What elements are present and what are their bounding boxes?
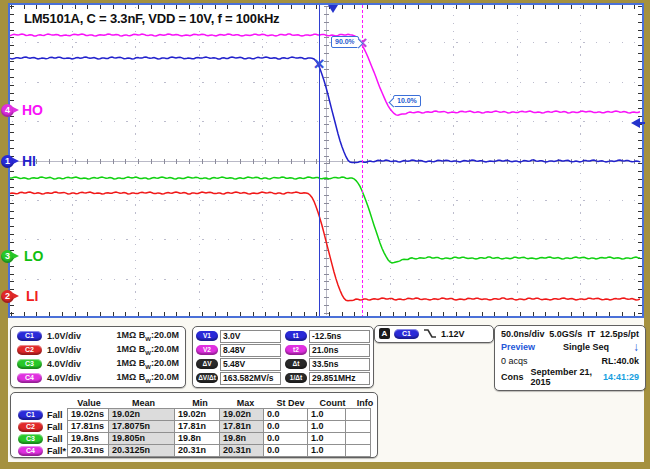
trace-lo — [10, 177, 640, 263]
interpolation-mode: IT — [587, 329, 595, 339]
cursor-value: 29.851MHz — [309, 372, 370, 385]
cursor-readout-panel: V13.0VV28.48VΔV5.48VΔV/Δt163.582MV/s t1-… — [192, 326, 374, 388]
channel-badge-c2[interactable]: C2 — [17, 345, 42, 355]
cursor-readout-row: t221.0ns — [285, 344, 370, 357]
channel-marker-number: 3 — [5, 251, 10, 261]
trigger-panel: A C1 1.12V — [374, 325, 494, 343]
table-header-mean: Mean — [110, 398, 177, 408]
cursor-badge[interactable]: Δt — [285, 359, 307, 369]
table-header-min: Min — [177, 398, 223, 408]
trace-hi — [10, 57, 640, 163]
trace-ho — [10, 34, 640, 115]
measurement-badge-c4[interactable]: C4 — [18, 446, 43, 456]
measurement-cell: 20.31ns — [67, 444, 109, 457]
trigger-a-badge[interactable]: A — [379, 328, 390, 339]
arrow-down-icon: ↓ — [633, 340, 639, 354]
timebase-value: 50.0ns/div — [501, 329, 545, 339]
vertical-settings-panel: C11.0V/div1MΩ BW:20.0MC21.0V/div1MΩ BW:2… — [10, 326, 186, 388]
cursor-badge[interactable]: ΔV — [196, 359, 218, 369]
plot-title: LM5101A, C = 3.3nF, VDD = 10V, f = 100kH… — [22, 11, 281, 26]
ref-level-tag: 90.0% — [331, 36, 359, 48]
cursor-badge[interactable]: t2 — [285, 345, 307, 355]
cursor1-vertical-bar[interactable] — [319, 5, 320, 316]
channel-scale-value: 4.0V/div — [47, 373, 81, 383]
measurement-cell: 1.0 — [307, 444, 346, 457]
measurement-cell: 20.31n — [219, 444, 264, 457]
measurement-label: C1Fall — [16, 409, 68, 421]
channel-marker-number: 4 — [5, 105, 10, 115]
cursor-value: 3.0V — [220, 330, 281, 343]
oscilloscope-screenshot: { "title": "LM5101A, C = 3.3nF, VDD = 10… — [0, 0, 650, 469]
date-label: September 21, 2015 — [531, 367, 596, 387]
cursor-readout-row: Δt33.5ns — [285, 358, 370, 371]
measurement-label: C4Fall* — [16, 445, 68, 457]
cursor-readout-row: t1-12.5ns — [285, 330, 370, 343]
cursor-readout-row: V28.48V — [196, 344, 281, 357]
measurement-label: C2Fall — [16, 421, 68, 433]
channel-badge-c4[interactable]: C4 — [17, 373, 42, 383]
measurement-badge-c3[interactable]: C3 — [18, 434, 43, 444]
measurement-cell: 0.0 — [263, 444, 308, 457]
status-label: Cons — [501, 372, 524, 382]
trigger-source-badge[interactable]: C1 — [394, 329, 419, 339]
ref-level-tag: 10.0% — [393, 95, 421, 107]
measurement-name: Fall — [47, 422, 63, 432]
table-header-st-dev: St Dev — [268, 398, 313, 408]
waveform-display[interactable]: LM5101A, C = 3.3nF, VDD = 10V, f = 100kH… — [8, 3, 644, 318]
cursor-value: -12.5ns — [309, 330, 370, 343]
channel-marker-1[interactable]: 1 — [1, 155, 14, 168]
cursor-badge[interactable]: t1 — [285, 331, 307, 341]
trigger-position-marker[interactable] — [328, 5, 338, 13]
channel-marker-number: 2 — [5, 291, 10, 301]
table-row: C4Fall*20.31ns20.3125n20.31n20.31n0.01.0 — [16, 445, 378, 457]
wave-label-lo: LO — [24, 248, 43, 264]
channel-marker-4[interactable]: 4 — [1, 104, 14, 117]
table-header-count: Count — [313, 398, 352, 408]
channel-settings-row: C44.0V/div1MΩ BW:20.0M — [17, 372, 179, 384]
channel-impedance-bandwidth: 1MΩ BW:20.0M — [117, 358, 179, 370]
cursor-value: 21.0ns — [309, 344, 370, 357]
wave-label-hi: HI — [22, 153, 36, 169]
cursor-readout-row: ΔV/Δt163.582MV/s — [196, 372, 281, 385]
channel-marker-3[interactable]: 3 — [1, 250, 14, 263]
table-header-max: Max — [223, 398, 268, 408]
cursor-readout-row: ΔV5.48V — [196, 358, 281, 371]
channel-settings-row: C34.0V/div1MΩ BW:20.0M — [17, 358, 179, 370]
cursor-value: 8.48V — [220, 344, 281, 357]
table-header-value: Value — [68, 398, 110, 408]
channel-badge-c3[interactable]: C3 — [17, 359, 42, 369]
resolution-value: 12.5ps/pt — [600, 329, 639, 339]
measurement-cell: 20.3125n — [108, 444, 175, 457]
scope-screen: LM5101A, C = 3.3nF, VDD = 10V, f = 100kH… — [8, 3, 644, 462]
cursor-badge[interactable]: V1 — [196, 331, 218, 341]
channel-marker-number: 1 — [5, 156, 10, 166]
measurement-badge-c2[interactable]: C2 — [18, 422, 43, 432]
trigger-level-value: 1.12V — [441, 329, 465, 339]
wave-label-li: LI — [26, 288, 38, 304]
cursor-value: 163.582MV/s — [220, 372, 281, 385]
preview-status: Preview — [501, 342, 535, 352]
measurement-badge-c1[interactable]: C1 — [18, 410, 43, 420]
waveform-traces — [8, 3, 644, 318]
channel-scale-value: 1.0V/div — [47, 345, 81, 355]
channel-marker-2[interactable]: 2 — [1, 290, 14, 303]
channel-impedance-bandwidth: 1MΩ BW:20.0M — [117, 330, 179, 342]
cursor-readout-row: 1/Δt29.851MHz — [285, 372, 370, 385]
cursor-badge[interactable]: V2 — [196, 345, 218, 355]
channel-impedance-bandwidth: 1MΩ BW:20.0M — [117, 344, 179, 356]
measurement-label: C3Fall — [16, 433, 68, 445]
cursor-intersection-mark: × — [313, 59, 324, 69]
cursor-badge[interactable]: ΔV/Δt — [196, 373, 218, 383]
cursor-badge[interactable]: 1/Δt — [285, 373, 307, 383]
channel-scale-value: 4.0V/div — [47, 359, 81, 369]
channel-settings-row: C21.0V/div1MΩ BW:20.0M — [17, 344, 179, 356]
measurement-name: Fall — [47, 410, 63, 420]
acquisition-panel: 50.0ns/div 5.0GS/s IT 12.5ps/pt Preview … — [494, 325, 646, 391]
wave-label-ho: HO — [22, 102, 43, 118]
measurement-cell — [345, 444, 371, 457]
channel-badge-c1[interactable]: C1 — [17, 331, 42, 341]
measurement-cell: 20.31n — [174, 444, 220, 457]
channel-settings-row: C11.0V/div1MΩ BW:20.0M — [17, 330, 179, 342]
measurement-table-panel: ValueMeanMinMaxSt DevCountInfo C1Fall19.… — [10, 392, 378, 458]
channel-impedance-bandwidth: 1MΩ BW:20.0M — [117, 372, 179, 384]
